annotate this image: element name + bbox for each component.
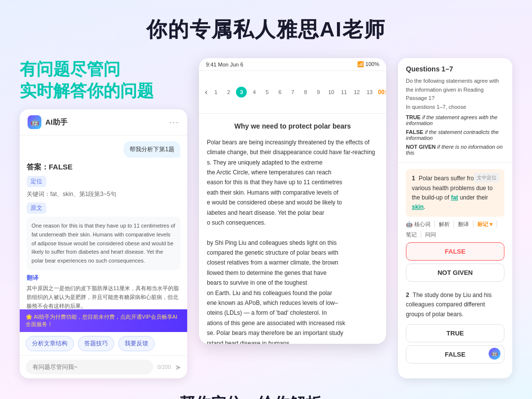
phone-mockup: 9:41 Mon Jun 6 📶 100% ‹ 1 2 3 4 5 6 7 8 … (199, 58, 386, 344)
chevron-down-icon: ▾ (490, 221, 493, 228)
timer: 00:03:18 (378, 89, 386, 96)
chat-body: 帮我分析下第1题 答案：FALSE 定位 关键词：fat、skin、第1段第3~… (20, 135, 187, 309)
page-9[interactable]: 9 (313, 87, 324, 98)
ai-assist-icon[interactable]: 🤖 (489, 348, 500, 360)
reading-para-3: the Arctic Circle, where temperatures ca… (207, 167, 378, 177)
ai-robot-icon: 🤖 (28, 115, 41, 129)
toolbar-divider-4 (497, 221, 497, 228)
reading-para-10: compared the genetic structure of polar … (207, 248, 378, 258)
headline-line2: 实时解答你的问题 (20, 80, 187, 101)
context-button[interactable]: 文中定位 (474, 173, 499, 183)
reading-para-15: ene known as APoB, which reduces levels … (207, 298, 378, 308)
back-arrow-icon[interactable]: ‹ (205, 88, 207, 97)
reading-para-11: closest relatives from a warmer climate,… (207, 258, 378, 267)
true-label-desc: TRUE if the statement agrees with the in… (406, 114, 504, 126)
page-numbers: 1 2 3 4 5 6 7 8 9 10 11 12 13 (210, 87, 375, 98)
skin-highlight: skin (412, 203, 424, 210)
toolbar-divider-3 (473, 221, 473, 228)
toolbar-keywords[interactable]: 🤖 核心词 (406, 221, 431, 228)
reading-para-12: llowed them to determine the genes that … (207, 268, 378, 278)
chat-header-title: AI助手 (45, 118, 67, 127)
reading-para-8: o such consequences. (207, 218, 378, 228)
original-tag[interactable]: 原文 (27, 202, 46, 214)
answer-tips-button[interactable]: 答题技巧 (78, 336, 114, 351)
reading-para-18: se. Polar bears may therefore be an impo… (207, 328, 378, 338)
questions-body: 文中定位 1 Polar bears suffer from various h… (398, 163, 512, 378)
analyze-structure-button[interactable]: 分析文章结构 (26, 336, 74, 351)
phone-nav: ‹ 1 2 3 4 5 6 7 8 9 10 11 12 13 00:03:18 (199, 71, 386, 114)
question-1: 文中定位 1 Polar bears suffer from various h… (406, 169, 504, 282)
questions-instructions: Do the following statements agree with t… (406, 77, 504, 111)
chat-container: 🤖 AI助手 ··· 帮我分析下第1题 答案：FALSE 定位 关键词：fat、… (20, 109, 187, 378)
toolbar-analysis[interactable]: 解析 (439, 221, 450, 228)
question-1-number: 1 (412, 174, 415, 183)
question-1-text: 文中定位 1 Polar bears suffer from various h… (406, 169, 504, 217)
toolbar-divider-5 (421, 231, 421, 238)
location-tag[interactable]: 定位 (27, 176, 46, 187)
headline-line1: 有问题尽管问 (20, 58, 187, 80)
toolbar-divider-2 (454, 221, 454, 228)
not-given-label-desc: NOT GIVEN if there is no information on … (406, 144, 504, 156)
chat-input-row: 0/200 ➤ (20, 355, 187, 378)
chat-input[interactable] (26, 360, 153, 374)
q1-not-given-option[interactable]: NOT GIVEN (406, 264, 504, 282)
instruction-line1: Do the following statements agree with t… (406, 77, 504, 103)
char-count: 0/200 (157, 364, 171, 370)
page-10[interactable]: 10 (326, 87, 336, 98)
questions-title: Questions 1–7 (406, 65, 504, 73)
q1-answer-options: FALSE NOT GIVEN (406, 242, 504, 282)
right-panel: Questions 1–7 Do the following statement… (398, 58, 512, 378)
reading-para-4: eason for this is that they have up to 1… (207, 177, 378, 187)
page-6[interactable]: 6 (274, 87, 285, 98)
q1-false-option[interactable]: FALSE (406, 242, 504, 261)
questions-box: Questions 1–7 Do the following statement… (398, 58, 512, 378)
user-message: 帮我分析下第1题 (124, 141, 180, 158)
fat-highlight: fat (451, 194, 458, 201)
toolbar-notes[interactable]: 笔记 (406, 231, 417, 238)
chat-header: 🤖 AI助手 ··· (20, 109, 187, 135)
page-5[interactable]: 5 (262, 87, 272, 98)
chat-more-icon[interactable]: ··· (169, 117, 179, 128)
false-label-row: FALSE if the statement contradicts the i… (406, 129, 504, 141)
toolbar-translate[interactable]: 翻译 (458, 221, 469, 228)
answer-toolbar: 🤖 核心词 解析 翻译 标记 (406, 221, 504, 238)
reading-para-1: Polar bears are being increasingly threa… (207, 137, 378, 158)
question-2-text: 2 The study done by Liu and his colleagu… (406, 290, 504, 320)
page-7[interactable]: 7 (287, 87, 298, 98)
question-2-number: 2 (406, 291, 409, 300)
quick-buttons: 分析文章结构 答题技巧 我要反馈 (20, 332, 187, 355)
send-icon[interactable]: ➤ (175, 363, 181, 372)
q2-true-option[interactable]: TRUE (406, 324, 504, 342)
reading-para-13: bears to survive in one of the toughest (207, 278, 378, 288)
page-2[interactable]: 2 (223, 87, 234, 98)
toolbar-mark[interactable]: 标记 ▾ (477, 221, 493, 228)
phone-content: Why we need to protect polar bears Polar… (199, 114, 386, 344)
vip-banner[interactable]: 🌟 AI助手为付费功能，您目前未付费，点此开通VIP会员畅享AI全面服务！ (20, 309, 187, 332)
keyword-row: 关键词：fat、skin、第1段第3~5句 (27, 190, 180, 199)
page-11[interactable]: 11 (338, 87, 349, 98)
page-4[interactable]: 4 (249, 87, 260, 98)
keywords-icon: 🤖 (406, 221, 413, 228)
answer-block: 答案：FALSE 定位 关键词：fat、skin、第1段第3~5句 原文 One… (27, 163, 180, 309)
page-1[interactable]: 1 (210, 87, 221, 98)
status-time: 9:41 Mon Jun 6 (206, 62, 243, 67)
toolbar-ask[interactable]: 问问 (425, 231, 436, 238)
page-8[interactable]: 8 (300, 87, 311, 98)
page-12[interactable]: 12 (351, 87, 362, 98)
translation-text: 其中原因之一是他们的皮下脂肪厚达11厘米，具有相当水平的脂肪组织的人被认为是肥胖… (27, 284, 180, 309)
reading-para-9: by Shi Ping Liu and colleagues sheds lig… (207, 238, 378, 248)
reading-para-17: ations of this gene are associated with … (207, 318, 378, 328)
reading-para-6: e would be considered obese and would be… (207, 198, 378, 207)
not-given-label-row: NOT GIVEN if there is no information on … (406, 144, 504, 156)
page-3-active[interactable]: 3 (236, 87, 247, 98)
translation-tag: 翻译 (27, 274, 180, 282)
toolbar-divider-1 (434, 221, 435, 228)
feedback-button[interactable]: 我要反馈 (118, 336, 155, 351)
left-panel: 有问题尽管问 实时解答你的问题 🤖 AI助手 ··· 帮我分析下第1题 答案：F… (20, 58, 187, 378)
reading-title: Why we need to protect polar bears (207, 121, 378, 133)
page-13[interactable]: 13 (364, 87, 375, 98)
false-label-desc: FALSE if the statement contradicts the i… (406, 129, 504, 141)
original-text: One reason for this is that they have up… (27, 217, 180, 270)
bottom-text: 帮你定位、给你解析…… (0, 388, 532, 399)
middle-panel: 9:41 Mon Jun 6 📶 100% ‹ 1 2 3 4 5 6 7 8 … (199, 58, 386, 378)
